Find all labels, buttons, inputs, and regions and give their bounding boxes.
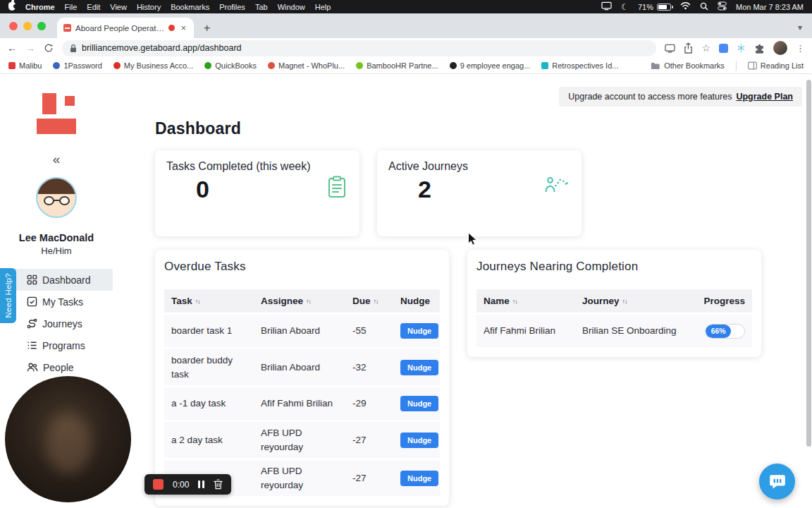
menu-clock[interactable]: Mon Mar 7 8:23 AM [736,3,804,11]
page-scrollbar[interactable] [806,74,812,508]
bookmark-item[interactable]: Retrospectives Id... [541,61,618,70]
forward-button[interactable]: → [25,43,35,53]
bookmark-favicon [356,62,363,69]
bookmark-star-icon[interactable]: ☆ [701,42,710,54]
recording-controls: 0:00 [144,474,231,495]
sort-icon[interactable]: ↑↓ [374,298,379,305]
extension-snowflake-icon[interactable] [737,43,746,53]
stat-card-active-journeys: Active Journeys 2 [377,150,582,236]
display-icon[interactable] [601,1,612,12]
bookmark-favicon [268,62,275,69]
menu-view[interactable]: View [110,3,127,11]
other-bookmarks-button[interactable]: Other Bookmarks [651,61,725,70]
close-window-button[interactable] [9,22,18,30]
sort-icon[interactable]: ↑↓ [512,298,517,305]
menu-window[interactable]: Window [278,3,305,11]
bookmark-item[interactable]: Malibu [8,61,42,70]
extensions-puzzle-icon[interactable] [754,43,765,54]
discard-recording-button[interactable] [214,479,223,490]
app-logo[interactable] [37,93,76,134]
nudge-button[interactable]: Nudge [400,471,438,486]
sort-icon[interactable]: ↑↓ [195,298,200,305]
stop-recording-button[interactable] [153,479,164,490]
browser-menu-kebab-icon[interactable]: ⋮ [796,43,805,54]
menu-edit[interactable]: Edit [87,3,100,11]
menu-tab[interactable]: Tab [255,3,268,11]
minimize-window-button[interactable] [23,22,32,30]
menu-profiles[interactable]: Profiles [219,3,245,11]
profile-avatar[interactable] [773,41,787,55]
due-cell: -27 [352,471,395,485]
upgrade-plan-link[interactable]: Upgrade Plan [736,92,793,102]
share-icon[interactable] [684,42,693,54]
bookmark-item[interactable]: BambooHR Partne... [356,61,438,70]
nudge-button[interactable]: Nudge [400,323,438,339]
nudge-button[interactable]: Nudge [400,360,438,375]
overdue-tasks-card: Overdue Tasks Task↑↓ Assignee↑↓ Due↑↓ Nu… [155,250,449,506]
battery-indicator[interactable]: 71% [638,3,671,11]
sort-icon[interactable]: ↑↓ [306,298,311,305]
reading-list-button[interactable]: Reading List [748,61,804,70]
name-cell: Afif Fahmi Brilian [484,324,582,338]
browser-tab[interactable]: Aboard People Operations × [57,18,194,38]
column-header-assignee[interactable]: Assignee↑↓ [261,296,352,306]
menu-bookmarks[interactable]: Bookmarks [171,3,209,11]
menu-file[interactable]: File [65,3,78,11]
recording-time: 0:00 [173,480,189,490]
table-row: Afif Fahmi Brilian Brilian SE Onboarding… [476,315,752,347]
apple-icon [8,2,16,11]
main-content: Upgrade account to access more features … [113,74,812,508]
bookmark-item[interactable]: QuickBooks [204,61,257,70]
nudge-button[interactable]: Nudge [400,396,438,411]
card-title: Journeys Nearing Completion [476,260,752,274]
menu-chrome[interactable]: Chrome [25,3,55,11]
column-header-journey[interactable]: Journey↑↓ [582,296,703,306]
spotlight-search-icon[interactable] [700,2,708,12]
column-header-name[interactable]: Name↑↓ [484,296,582,306]
column-header-task[interactable]: Task↑↓ [171,296,261,306]
nudge-button[interactable]: Nudge [400,433,438,448]
bookmark-item[interactable]: 1Password [53,61,102,70]
page-title: Dashboard [155,119,812,138]
chat-widget-button[interactable] [759,464,795,500]
user-name: Lee MacDonald [0,232,113,243]
bookmark-item[interactable]: 9 employee engag... [450,61,531,70]
user-avatar[interactable] [36,177,77,218]
media-cast-icon[interactable] [665,44,675,53]
sort-icon[interactable]: ↑↓ [622,298,627,305]
sidebar-item-programs[interactable]: Programs [0,334,113,356]
sidebar-item-people[interactable]: People [0,356,113,378]
sidebar-collapse-button[interactable]: « [0,152,113,167]
tab-title: Aboard People Operations [75,24,164,32]
scrollbar-thumb[interactable] [806,80,811,447]
need-help-tab[interactable]: Need Help? [0,268,16,323]
new-tab-button[interactable]: + [199,22,214,35]
reload-button[interactable] [44,43,54,53]
sidebar-item-journeys[interactable]: Journeys [0,313,113,334]
stat-label: Active Journeys [388,160,570,173]
zoom-window-button[interactable] [37,22,46,30]
bookmark-item[interactable]: Magnet - WhoPlu... [268,61,345,70]
sidebar-item-my-tasks[interactable]: My Tasks [0,291,113,313]
back-button[interactable]: ← [7,43,17,53]
tab-search-chevron-icon[interactable]: ▾ [798,23,802,32]
tab-close-icon[interactable]: × [179,23,187,33]
extension-icon-blue[interactable] [719,44,728,53]
table-header: Name↑↓ Journey↑↓ Progress [476,289,752,313]
pause-recording-button[interactable] [198,480,204,488]
sidebar-item-dashboard[interactable]: Dashboard [0,269,113,291]
address-bar[interactable]: brilliancemove.getaboard.app/dashboard [62,40,656,56]
bookmark-favicon [8,62,16,69]
menu-history[interactable]: History [137,3,161,11]
apple-menu[interactable] [8,2,16,12]
due-cell: -55 [352,324,395,338]
do-not-disturb-moon-icon[interactable]: ☾ [621,2,629,12]
bookmark-item[interactable]: My Business Acco... [113,61,193,70]
control-center-icon[interactable] [718,1,727,12]
menu-help[interactable]: Help [315,3,331,11]
column-header-due[interactable]: Due↑↓ [352,296,395,306]
wifi-icon[interactable] [680,2,691,11]
webcam-overlay[interactable] [5,376,131,502]
assignee-cell: Brilian Aboard [261,361,352,375]
stat-value: 0 [196,176,348,203]
